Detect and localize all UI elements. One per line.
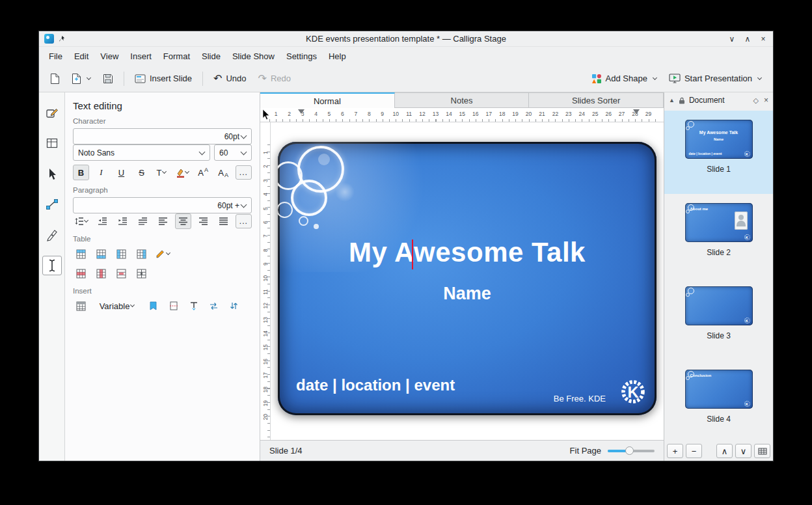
strikethrough-button[interactable]: S (133, 165, 150, 180)
indent-marker-right[interactable] (633, 109, 640, 114)
pointer-tool[interactable] (42, 164, 62, 184)
page-break-button[interactable] (165, 298, 182, 314)
docker-close-button[interactable]: × (764, 96, 768, 104)
bold-button[interactable]: B (73, 165, 89, 180)
variable-button[interactable]: Variable (93, 298, 141, 314)
slide-subtitle-textbox[interactable]: Name (278, 284, 656, 304)
paragraph-more-options-button[interactable]: ... (236, 214, 252, 228)
tab-slides-sorter[interactable]: Slides Sorter (529, 92, 664, 108)
border-pen-button[interactable] (154, 246, 172, 262)
move-slide-up-button[interactable]: ∧ (716, 444, 733, 458)
align-center-button[interactable] (175, 213, 191, 229)
indent-marker-left[interactable] (298, 109, 304, 114)
delete-row-button[interactable] (73, 266, 89, 281)
menu-item-slide[interactable]: Slide (196, 48, 226, 64)
menu-item-format[interactable]: Format (157, 48, 196, 64)
change-case-button[interactable]: T (154, 165, 170, 180)
italic-button[interactable]: I (93, 165, 109, 180)
pin-icon[interactable] (58, 35, 65, 42)
save-button[interactable] (98, 70, 118, 87)
insert-row-above-button[interactable] (73, 246, 89, 262)
slide-thumbnail-item-3[interactable]: K Slide 3 (664, 277, 773, 361)
add-shape-button[interactable]: Add Shape (587, 70, 662, 87)
bookmark-button[interactable] (145, 298, 161, 314)
menu-item-settings[interactable]: Settings (280, 48, 323, 64)
maximize-button[interactable]: ∧ (743, 35, 752, 43)
slide-editor[interactable]: My Awesome Talk Name date | location | e… (278, 142, 656, 415)
delete-column-button[interactable] (93, 266, 109, 281)
edit-shapes-tool[interactable] (42, 103, 62, 122)
slide-thumbnail-item-1[interactable]: My Awesome Talk Name date | location | e… (664, 111, 773, 194)
menu-item-insert[interactable]: Insert (124, 48, 157, 64)
decrease-indent-button[interactable] (94, 213, 111, 229)
insert-column-right-button[interactable] (133, 246, 150, 262)
undo-button[interactable]: ↶ Undo (209, 70, 250, 87)
add-slide-button[interactable]: + (667, 444, 683, 458)
open-dropdown-chevron-icon[interactable] (87, 75, 91, 79)
insert-column-left-button[interactable] (113, 246, 129, 262)
vertical-ruler[interactable]: 1234567891011121314151617181920 (260, 122, 271, 440)
split-cells-button[interactable] (133, 266, 150, 281)
lock-icon[interactable] (679, 97, 685, 104)
slide-1-thumbnail[interactable]: My Awesome Talk Name date | location | e… (685, 120, 753, 159)
slide-thumbnail-item-2[interactable]: About me K Slide 2 (664, 194, 773, 277)
menu-item-file[interactable]: File (43, 48, 68, 64)
swap-horizontal-button[interactable] (206, 298, 222, 314)
text-editing-tool[interactable] (42, 256, 62, 275)
align-justify-button[interactable] (215, 213, 232, 229)
line-spacing-button[interactable] (73, 213, 90, 229)
insert-slide-button[interactable]: Insert Slide (130, 70, 196, 87)
increase-indent-button[interactable] (115, 213, 131, 229)
redo-button[interactable]: ↷ Redo (254, 70, 295, 87)
character-style-combo[interactable]: 60pt (73, 128, 252, 144)
font-family-combo[interactable]: Noto Sans (73, 144, 210, 161)
first-line-indent-button[interactable] (135, 213, 151, 229)
horizontal-ruler[interactable]: 1234567891011121314151617181920212223242… (260, 108, 664, 122)
font-size-combo[interactable]: 60 (214, 144, 252, 161)
thumbnail-view-button[interactable] (754, 444, 770, 458)
close-button[interactable]: × (759, 35, 768, 43)
text-color-button[interactable] (174, 165, 191, 180)
open-document-button[interactable] (67, 70, 96, 88)
slide-3-thumbnail[interactable]: K (685, 286, 753, 325)
underline-button[interactable]: U (113, 165, 129, 180)
menu-item-edit[interactable]: Edit (68, 48, 94, 64)
character-more-options-button[interactable]: ... (236, 165, 252, 180)
slide-title-textbox[interactable]: My Awesome Talk (278, 237, 656, 268)
swap-vertical-button[interactable] (226, 298, 242, 314)
docker-collapse-icon[interactable]: ▲ (669, 98, 675, 103)
calligraphy-tool[interactable] (42, 225, 62, 245)
paragraph-style-combo[interactable]: 60pt + (73, 197, 252, 213)
superscript-button[interactable]: A A (195, 165, 211, 180)
align-left-button[interactable] (155, 213, 171, 229)
new-document-button[interactable] (46, 70, 64, 88)
insert-text-button[interactable] (185, 298, 202, 314)
text-frame-tool[interactable] (42, 133, 62, 153)
connector-tool[interactable] (42, 195, 62, 214)
delete-slide-button[interactable]: − (686, 444, 702, 458)
zoom-slider-knob[interactable] (625, 446, 634, 455)
menu-item-help[interactable]: Help (323, 48, 352, 64)
merge-cells-button[interactable] (113, 266, 129, 281)
menu-item-slide-show[interactable]: Slide Show (226, 48, 280, 64)
slide-thumbnail-item-4[interactable]: Conclusion K Slide 4 (664, 361, 773, 441)
slide-footer-textbox[interactable]: date | location | event (296, 376, 455, 394)
start-presentation-button[interactable]: Start Presentation (664, 70, 766, 87)
subscript-button[interactable]: A A (215, 165, 232, 180)
menu-item-view[interactable]: View (94, 48, 124, 64)
slide-canvas[interactable]: My Awesome Talk Name date | location | e… (271, 122, 664, 440)
align-right-button[interactable] (195, 213, 211, 229)
zoom-slider[interactable] (608, 446, 655, 456)
insert-row-below-button[interactable] (93, 246, 109, 262)
docker-float-button[interactable]: ◇ (753, 97, 759, 104)
slide-4-thumbnail[interactable]: Conclusion K (685, 370, 753, 409)
zoom-mode-label[interactable]: Fit Page (570, 446, 601, 456)
tab-normal[interactable]: Normal (260, 92, 395, 108)
titlebar[interactable]: KDE events presentation template * — Cal… (39, 31, 773, 47)
move-slide-down-button[interactable]: ∨ (735, 444, 751, 458)
slide-2-thumbnail[interactable]: About me K (685, 203, 753, 242)
insert-table-button[interactable] (73, 298, 89, 314)
tab-notes[interactable]: Notes (395, 92, 530, 108)
person-icon (738, 215, 744, 220)
minimize-button[interactable]: ∨ (727, 35, 737, 43)
